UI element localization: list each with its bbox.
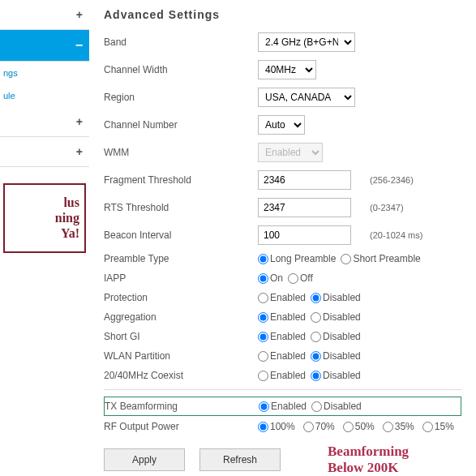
hint-beacon: (20-1024 ms): [370, 230, 422, 240]
label-protection: Protection: [104, 292, 258, 303]
radio-long-preamble[interactable]: Long Preamble: [258, 253, 336, 264]
radio-iapp-on[interactable]: On: [258, 272, 283, 284]
label-wmm: WMM: [104, 147, 258, 158]
page-title: Advanced Settings: [104, 8, 461, 21]
label-iapp: IAPP: [104, 272, 258, 284]
label-tx-beamforming: TX Beamforming: [105, 401, 259, 412]
sidebar-item-1[interactable]: +: [0, 0, 89, 30]
select-region[interactable]: USA, CANADA: [258, 88, 355, 107]
promo-l1: lus: [10, 195, 79, 210]
sidebar-sub-2[interactable]: ule: [0, 84, 89, 107]
input-beacon[interactable]: [258, 225, 351, 245]
select-wmm: Enabled: [258, 143, 323, 162]
radio-rf-35[interactable]: 35%: [383, 421, 414, 432]
label-wlan-partition: WLAN Partition: [104, 350, 258, 362]
select-channel-number[interactable]: Auto: [258, 115, 305, 135]
collapse-icon: −: [75, 38, 83, 53]
annotation-l1: Beamforming: [328, 444, 409, 460]
select-band[interactable]: 2.4 GHz (B+G+N): [258, 32, 355, 52]
refresh-button[interactable]: Refresh: [199, 448, 281, 471]
radio-rf-15[interactable]: 15%: [422, 421, 454, 432]
hint-fragment: (256-2346): [370, 175, 414, 185]
label-channel-number: Channel Number: [104, 119, 258, 131]
promo-box: lus ning Ya!: [3, 183, 86, 253]
expand-icon: +: [76, 8, 83, 21]
radio-aggregation-disabled[interactable]: Disabled: [311, 311, 361, 323]
sidebar-sub-1[interactable]: ngs: [0, 62, 89, 84]
tx-beamforming-row: TX Beamforming Enabled Disabled: [104, 397, 461, 416]
radio-protection-disabled[interactable]: Disabled: [311, 292, 361, 303]
label-band: Band: [104, 36, 258, 48]
sidebar-item-active[interactable]: −: [0, 30, 89, 62]
promo-l3: Ya!: [10, 225, 79, 241]
input-rts[interactable]: [258, 198, 351, 217]
label-preamble: Preamble Type: [104, 253, 258, 264]
annotation-l2: Below 200K: [328, 460, 409, 476]
label-channel-width: Channel Width: [104, 64, 258, 75]
expand-icon: +: [76, 115, 83, 128]
sidebar: + − ngs ule + + lus ning Ya!: [0, 0, 89, 476]
radio-shortgi-enabled[interactable]: Enabled: [258, 331, 306, 342]
radio-wlan-enabled[interactable]: Enabled: [258, 350, 306, 362]
radio-coexist-disabled[interactable]: Disabled: [311, 370, 361, 381]
label-shortgi: Short GI: [104, 331, 258, 342]
radio-short-preamble[interactable]: Short Preamble: [341, 253, 420, 264]
apply-button[interactable]: Apply: [104, 448, 185, 471]
label-fragment: Fragment Threshold: [104, 174, 258, 186]
label-region: Region: [104, 92, 258, 103]
radio-rf-70[interactable]: 70%: [303, 421, 335, 432]
expand-icon: +: [76, 145, 83, 158]
radio-protection-enabled[interactable]: Enabled: [258, 292, 306, 303]
sidebar-item-4[interactable]: +: [0, 137, 89, 167]
radio-aggregation-enabled[interactable]: Enabled: [258, 311, 306, 323]
label-coexist: 20/40MHz Coexist: [104, 370, 258, 381]
radio-txbf-disabled[interactable]: Disabled: [311, 401, 362, 412]
label-beacon: Beacon Interval: [104, 229, 258, 241]
radio-iapp-off[interactable]: Off: [288, 272, 313, 284]
radio-rf-50[interactable]: 50%: [343, 421, 375, 432]
radio-txbf-enabled[interactable]: Enabled: [259, 401, 307, 412]
radio-rf-100[interactable]: 100%: [258, 421, 295, 432]
hint-rts: (0-2347): [370, 203, 404, 212]
label-aggregation: Aggregation: [104, 311, 258, 323]
input-fragment[interactable]: [258, 170, 351, 190]
radio-shortgi-disabled[interactable]: Disabled: [311, 331, 361, 342]
radio-coexist-enabled[interactable]: Enabled: [258, 370, 306, 381]
label-rf-power: RF Output Power: [104, 421, 258, 432]
sidebar-item-3[interactable]: +: [0, 107, 89, 137]
promo-l2: ning: [10, 210, 79, 225]
main-panel: Advanced Settings Band2.4 GHz (B+G+N) Ch…: [89, 0, 476, 476]
annotation: Beamforming Below 200K: [328, 444, 409, 476]
label-rts: RTS Threshold: [104, 202, 258, 213]
select-channel-width[interactable]: 40MHz: [258, 60, 316, 79]
radio-wlan-disabled[interactable]: Disabled: [311, 350, 361, 362]
